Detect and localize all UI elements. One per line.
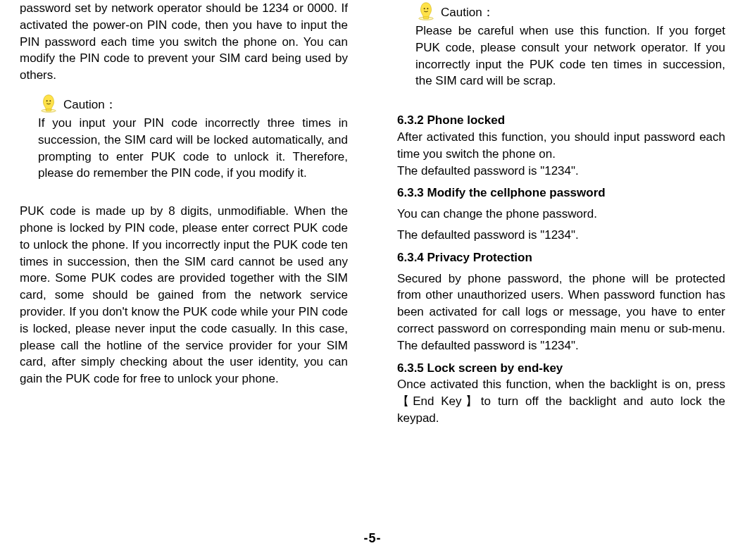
svg-point-7: [427, 8, 428, 9]
heading-632: 6.3.2 Phone locked: [397, 112, 725, 129]
caution-block: Caution： If you input your PIN code inco…: [20, 92, 348, 182]
svg-rect-1: [46, 109, 51, 111]
svg-rect-5: [423, 17, 429, 19]
caution-label: Caution：: [63, 97, 117, 113]
paragraph: PUK code is made up by 8 digits, unmodif…: [20, 203, 348, 387]
caution-block: Caution： Please be careful when use this…: [397, 0, 725, 89]
right-column: Caution： Please be careful when use this…: [397, 0, 725, 427]
paragraph: password set by network operator should …: [20, 0, 348, 84]
paragraph: The defaulted password is "1234".: [397, 227, 725, 244]
caution-label: Caution：: [441, 4, 494, 21]
paragraph: Secured by phone password, the phone wil…: [397, 270, 725, 354]
heading-635: 6.3.5 Lock screen by end-key: [397, 360, 725, 377]
page-number: -5-: [0, 530, 745, 547]
paragraph: After activated this function, you shoul…: [397, 129, 725, 163]
svg-point-2: [46, 100, 48, 101]
paragraph: Once activated this function, when the b…: [397, 376, 725, 426]
caution-icon: [415, 0, 437, 21]
paragraph: The defaulted password is "1234".: [397, 163, 725, 180]
caution-icon: [38, 92, 59, 113]
heading-634: 6.3.4 Privacy Protection: [397, 249, 725, 266]
caution-text: If you input your PIN code incorrectly t…: [38, 115, 348, 182]
svg-point-6: [424, 8, 425, 9]
heading-633: 6.3.3 Modify the cellphone password: [397, 185, 725, 201]
left-column: password set by network operator should …: [20, 0, 348, 427]
paragraph: You can change the phone password.: [397, 206, 725, 223]
caution-text: Please be careful when use this function…: [415, 23, 725, 89]
svg-point-3: [49, 100, 51, 101]
